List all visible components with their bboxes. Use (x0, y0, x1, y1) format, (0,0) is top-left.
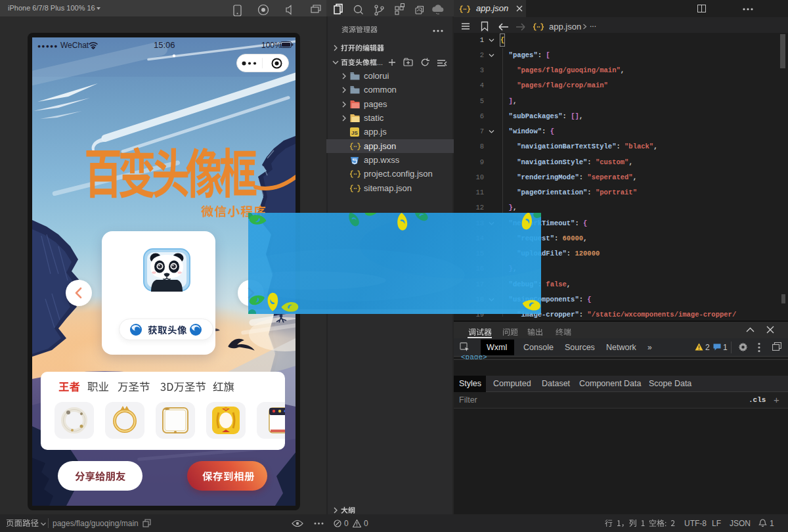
svg-text:JS: JS (351, 130, 358, 136)
